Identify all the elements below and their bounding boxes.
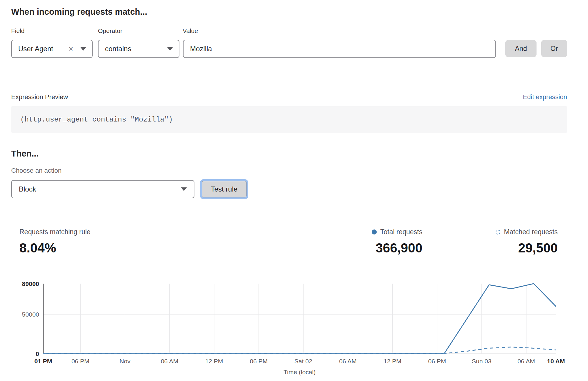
chevron-down-icon xyxy=(167,47,173,51)
requests-time-chart: 8900050000001 PM06 PMNov06 AM12 PM06 PMS… xyxy=(0,277,588,381)
and-button[interactable]: And xyxy=(505,40,537,57)
x-tick-label: 06 AM xyxy=(161,358,179,365)
total-requests-label: Total requests xyxy=(380,228,422,236)
matched-requests-label: Matched requests xyxy=(504,228,558,236)
legend-total-requests: Total requests xyxy=(372,228,422,236)
page-title: When incoming requests match... xyxy=(11,7,147,17)
x-tick-label: 06 AM xyxy=(339,358,357,365)
matched-requests-value: 29,500 xyxy=(518,241,558,255)
field-select[interactable]: User Agent × xyxy=(11,40,93,58)
x-tick-label: 10 AM xyxy=(547,358,565,365)
value-input[interactable] xyxy=(183,40,496,58)
clear-icon[interactable]: × xyxy=(69,45,73,53)
requests-matching-label: Requests matching rule xyxy=(19,228,91,236)
x-tick-label: Sat 02 xyxy=(294,358,312,365)
expression-preview-box: (http.user_agent contains "Mozilla") xyxy=(11,106,567,133)
operator-select-value: contains xyxy=(105,45,131,53)
series-line-total-requests xyxy=(43,284,556,353)
expression-preview-label: Expression Preview xyxy=(11,93,68,101)
choose-action-label: Choose an action xyxy=(11,167,61,174)
then-title: Then... xyxy=(11,149,39,159)
x-tick-label: 06 AM xyxy=(517,358,535,365)
field-select-value: User Agent xyxy=(18,45,53,53)
x-tick-label: 06 PM xyxy=(71,358,89,365)
x-tick-label: 06 PM xyxy=(250,358,268,365)
x-tick-label: 06 PM xyxy=(428,358,446,365)
x-tick-label: Sun 03 xyxy=(472,358,492,365)
x-tick-label: Nov xyxy=(119,358,131,365)
y-tick-label: 89000 xyxy=(22,280,39,287)
chevron-down-icon xyxy=(181,187,187,191)
or-button[interactable]: Or xyxy=(541,40,567,57)
series-line-matched-requests xyxy=(43,347,556,354)
operator-select[interactable]: contains xyxy=(98,40,179,58)
x-tick-label: 12 PM xyxy=(384,358,402,365)
edit-expression-link[interactable]: Edit expression xyxy=(523,93,567,101)
legend-matched-requests: Matched requests xyxy=(496,228,558,236)
y-tick-label: 0 xyxy=(36,350,39,357)
total-requests-dot-icon xyxy=(372,229,377,234)
value-label: Value xyxy=(183,27,198,34)
x-tick-label: 12 PM xyxy=(205,358,223,365)
action-select[interactable]: Block xyxy=(11,180,194,198)
total-requests-value: 366,900 xyxy=(376,241,422,255)
action-select-value: Block xyxy=(19,185,36,193)
requests-matching-value: 8.04% xyxy=(19,241,56,255)
y-tick-label: 50000 xyxy=(22,311,39,318)
x-axis-title: Time (local) xyxy=(284,369,316,375)
chevron-down-icon xyxy=(80,47,86,51)
firewall-rule-editor: When incoming requests match... Field Op… xyxy=(0,0,588,381)
operator-label: Operator xyxy=(98,27,122,34)
field-select-icons: × xyxy=(69,45,86,53)
expression-code: (http.user_agent contains "Mozilla") xyxy=(20,116,173,124)
field-label: Field xyxy=(11,27,25,34)
matched-requests-dashed-circle-icon xyxy=(496,230,500,234)
x-tick-label: 01 PM xyxy=(34,358,52,365)
test-rule-button[interactable]: Test rule xyxy=(202,181,246,197)
